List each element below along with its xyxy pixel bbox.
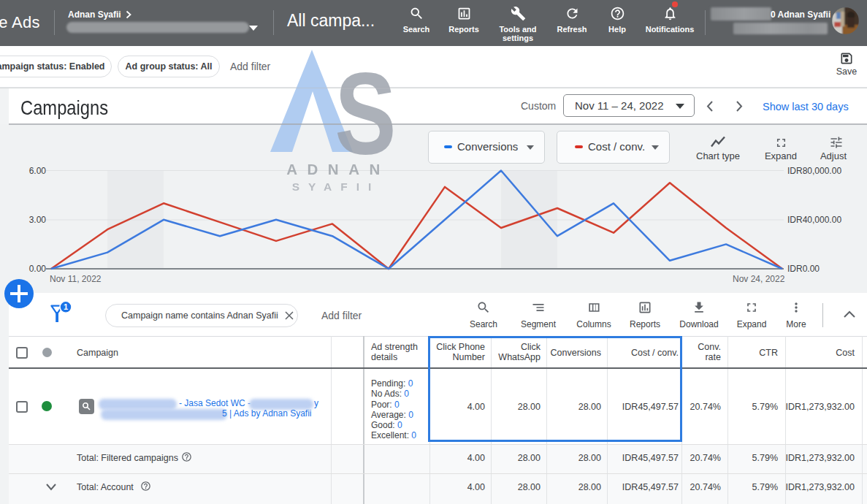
svg-text:1: 1 (64, 302, 68, 311)
svg-text:S: S (335, 47, 396, 179)
svg-text:ADNAN: ADNAN (286, 161, 390, 177)
svg-text:SYAFII: SYAFII (292, 180, 381, 193)
